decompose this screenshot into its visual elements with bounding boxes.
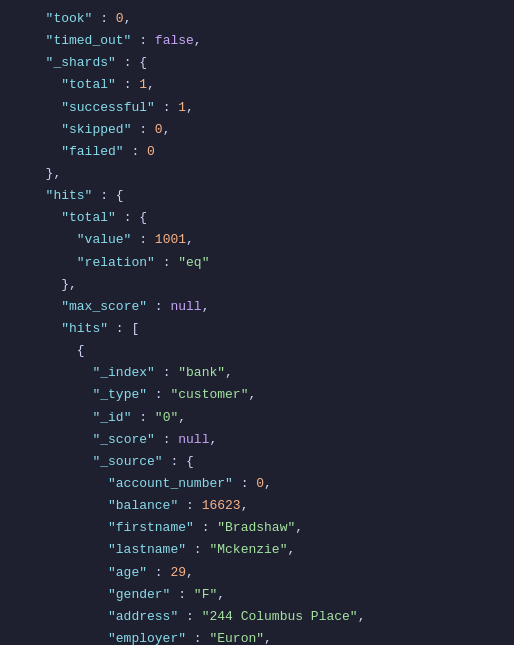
line-content: }, [30, 275, 514, 295]
line-content: "_type" : "customer", [30, 385, 514, 405]
line-content: "address" : "244 Columbus Place", [30, 607, 514, 627]
code-line: }, [0, 163, 514, 185]
code-line: "total" : { [0, 207, 514, 229]
line-content: { [30, 341, 514, 361]
line-content: "relation" : "eq" [30, 253, 514, 273]
code-line: "hits" : { [0, 185, 514, 207]
code-line: "value" : 1001, [0, 229, 514, 251]
code-line: { [0, 340, 514, 362]
line-content: "took" : 0, [30, 9, 514, 29]
code-line: "timed_out" : false, [0, 30, 514, 52]
line-content: "employer" : "Euron", [30, 629, 514, 645]
code-line: "_index" : "bank", [0, 362, 514, 384]
line-content: "failed" : 0 [30, 142, 514, 162]
line-content: "timed_out" : false, [30, 31, 514, 51]
code-viewer: "took" : 0, "timed_out" : false, "_shard… [0, 0, 514, 645]
line-content: "_index" : "bank", [30, 363, 514, 383]
code-line: "_type" : "customer", [0, 384, 514, 406]
line-content: }, [30, 164, 514, 184]
code-line: "successful" : 1, [0, 97, 514, 119]
line-content: "_shards" : { [30, 53, 514, 73]
line-content: "_score" : null, [30, 430, 514, 450]
line-content: "_source" : { [30, 452, 514, 472]
code-line: "gender" : "F", [0, 584, 514, 606]
line-content: "max_score" : null, [30, 297, 514, 317]
line-content: "hits" : { [30, 186, 514, 206]
code-line: "took" : 0, [0, 8, 514, 30]
code-line: "_shards" : { [0, 52, 514, 74]
line-content: "_id" : "0", [30, 408, 514, 428]
line-content: "value" : 1001, [30, 230, 514, 250]
code-line: "total" : 1, [0, 74, 514, 96]
line-content: "total" : 1, [30, 75, 514, 95]
code-line: "skipped" : 0, [0, 119, 514, 141]
code-line: "max_score" : null, [0, 296, 514, 318]
code-line: "_id" : "0", [0, 407, 514, 429]
code-line: "failed" : 0 [0, 141, 514, 163]
line-content: "skipped" : 0, [30, 120, 514, 140]
line-content: "hits" : [ [30, 319, 514, 339]
line-content: "gender" : "F", [30, 585, 514, 605]
code-line: "firstname" : "Bradshaw", [0, 517, 514, 539]
line-content: "lastname" : "Mckenzie", [30, 540, 514, 560]
line-content: "balance" : 16623, [30, 496, 514, 516]
code-line: "hits" : [ [0, 318, 514, 340]
code-line: "address" : "244 Columbus Place", [0, 606, 514, 628]
code-line: }, [0, 274, 514, 296]
line-content: "firstname" : "Bradshaw", [30, 518, 514, 538]
line-content: "account_number" : 0, [30, 474, 514, 494]
line-content: "successful" : 1, [30, 98, 514, 118]
code-line: "lastname" : "Mckenzie", [0, 539, 514, 561]
code-line: "age" : 29, [0, 562, 514, 584]
line-content: "age" : 29, [30, 563, 514, 583]
line-content: "total" : { [30, 208, 514, 228]
code-line: "_source" : { [0, 451, 514, 473]
code-line: "employer" : "Euron", [0, 628, 514, 645]
code-line: "balance" : 16623, [0, 495, 514, 517]
code-line: "account_number" : 0, [0, 473, 514, 495]
code-line: "_score" : null, [0, 429, 514, 451]
code-line: "relation" : "eq" [0, 252, 514, 274]
